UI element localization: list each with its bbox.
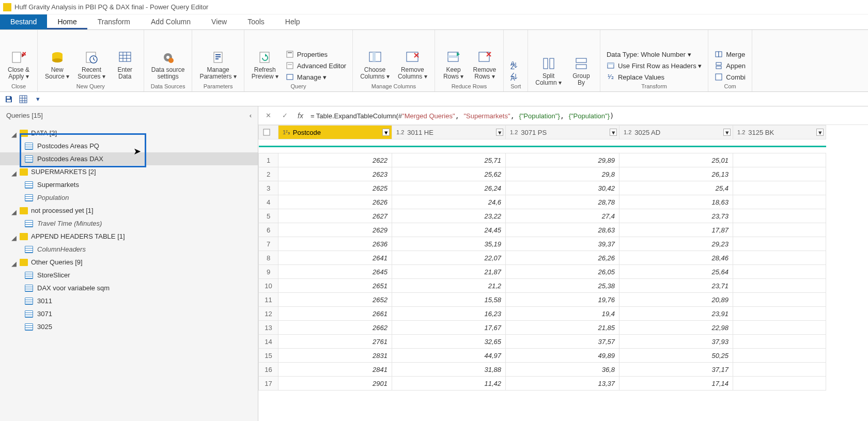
cell[interactable] [733, 279, 826, 293]
column-header[interactable]: 1.23125 BK▾ [733, 126, 826, 139]
tab-tools[interactable]: Tools [237, 14, 275, 29]
data-source-settings-button[interactable]: Data source settings [148, 38, 188, 82]
cell[interactable]: 37,17 [619, 363, 733, 377]
table-row[interactable]: 9264521,8726,0525,64 [259, 265, 826, 279]
cell[interactable]: 23,22 [392, 209, 506, 223]
cell[interactable]: 20,89 [619, 293, 733, 307]
cell[interactable]: 2629 [278, 223, 392, 237]
cell[interactable]: 28,46 [619, 251, 733, 265]
cell[interactable] [733, 223, 826, 237]
table-row[interactable]: 8264122,0726,2628,46 [259, 251, 826, 265]
cell[interactable]: 25,4 [619, 181, 733, 195]
table-row[interactable]: 12266116,2319,423,91 [259, 307, 826, 321]
cell[interactable] [733, 209, 826, 223]
folder-supermarkets-2-[interactable]: ◢SUPERMARKETS [2] [0, 165, 258, 178]
filter-dropdown-icon[interactable]: ▾ [496, 129, 503, 136]
group-by-button[interactable]: Group By [567, 44, 596, 88]
query-item[interactable]: Postcodes Areas DAX [0, 152, 258, 165]
cell[interactable] [733, 167, 826, 181]
tab-home[interactable]: Home [47, 14, 87, 29]
table-row[interactable]: 15283144,9749,8950,25 [259, 349, 826, 363]
merge-queries-button[interactable]: Merge [712, 49, 748, 59]
cell[interactable]: 27,4 [506, 209, 619, 223]
cell[interactable]: 24,45 [392, 223, 506, 237]
cell[interactable]: 37,93 [619, 335, 733, 349]
sort-desc-button[interactable]: ZA [508, 72, 523, 82]
file-tab[interactable]: Bestand [0, 14, 47, 29]
query-item[interactable]: 3071 [0, 307, 258, 320]
cell[interactable]: 26,05 [506, 265, 619, 279]
table-row[interactable]: 10265121,225,3823,71 [259, 279, 826, 293]
cell[interactable]: 31,88 [392, 363, 506, 377]
query-item[interactable]: Population [0, 191, 258, 204]
cell[interactable]: 2627 [278, 209, 392, 223]
advanced-editor-button[interactable]: Advanced Editor [284, 60, 348, 71]
save-icon[interactable] [4, 95, 13, 104]
cell[interactable]: 21,2 [392, 279, 506, 293]
cell[interactable]: 36,8 [506, 363, 619, 377]
cell[interactable] [733, 237, 826, 251]
cell[interactable]: 2623 [278, 167, 392, 181]
tab-help[interactable]: Help [275, 14, 311, 29]
table-row[interactable]: 1262225,7129,8925,01 [259, 153, 826, 167]
filter-dropdown-icon[interactable]: ▾ [610, 129, 617, 136]
table-row[interactable]: 6262924,4528,6317,87 [259, 223, 826, 237]
cell[interactable] [733, 335, 826, 349]
cell[interactable] [733, 265, 826, 279]
cell[interactable]: 29,8 [506, 167, 619, 181]
cell[interactable]: 2626 [278, 195, 392, 209]
folder-other-queries-9-[interactable]: ◢Other Queries [9] [0, 256, 258, 269]
enter-data-button[interactable]: Enter Data [111, 38, 140, 82]
cell[interactable]: 16,23 [392, 307, 506, 321]
cell[interactable]: 23,91 [619, 307, 733, 321]
cancel-formula-icon[interactable]: ✕ [262, 110, 274, 121]
table-row[interactable]: 5262723,2227,423,73 [259, 209, 826, 223]
cell[interactable]: 2662 [278, 321, 392, 335]
column-header[interactable]: 1.23011 HE▾ [392, 126, 506, 139]
table-row[interactable]: 13266217,6721,8522,98 [259, 321, 826, 335]
query-item[interactable]: ColumnHeaders [0, 243, 258, 256]
cell[interactable]: 2645 [278, 265, 392, 279]
cell[interactable]: 28,63 [506, 223, 619, 237]
cell[interactable]: 11,42 [392, 377, 506, 391]
table-row[interactable]: 3262526,2430,4225,4 [259, 181, 826, 195]
cell[interactable] [733, 195, 826, 209]
cell[interactable]: 2652 [278, 293, 392, 307]
table-row[interactable]: 17290111,4213,3717,14 [259, 377, 826, 391]
cell[interactable]: 19,4 [506, 307, 619, 321]
manage-parameters-button[interactable]: Manage Parameters ▾ [196, 38, 239, 82]
split-column-button[interactable]: Split Column ▾ [532, 44, 565, 88]
cell[interactable]: 23,71 [619, 279, 733, 293]
cell[interactable] [733, 251, 826, 265]
cell[interactable]: 29,23 [619, 237, 733, 251]
first-row-headers-button[interactable]: Use First Row as Headers ▾ [605, 60, 704, 71]
column-header[interactable]: 1.23071 PS▾ [506, 126, 619, 139]
data-grid[interactable]: 1²₃Postcode▾1.23011 HE▾1.23071 PS▾1.2302… [258, 125, 868, 421]
cell[interactable]: 2761 [278, 335, 392, 349]
cell[interactable]: 18,63 [619, 195, 733, 209]
query-item[interactable]: StoreSlicer [0, 269, 258, 282]
close-apply-button[interactable]: Close & Apply ▾ [4, 38, 33, 82]
cell[interactable]: 2831 [278, 349, 392, 363]
cell[interactable]: 25,38 [506, 279, 619, 293]
column-header[interactable]: 1²₃Postcode▾ [278, 126, 392, 139]
cell[interactable]: 44,97 [392, 349, 506, 363]
remove-columns-button[interactable]: Remove Columns ▾ [395, 38, 430, 82]
filter-dropdown-icon[interactable]: ▾ [382, 129, 390, 136]
cell[interactable]: 23,73 [619, 209, 733, 223]
table-row[interactable]: 16284131,8836,837,17 [259, 363, 826, 377]
recent-sources-button[interactable]: Recent Sources ▾ [74, 38, 108, 82]
query-item[interactable]: Travel Time (Minutes) [0, 217, 258, 230]
cell[interactable] [733, 307, 826, 321]
append-queries-button[interactable]: Appen [712, 60, 748, 71]
data-type-button[interactable]: Data Type: Whole Number ▾ [605, 50, 704, 59]
properties-button[interactable]: Properties [284, 49, 348, 59]
filter-dropdown-icon[interactable]: ▾ [816, 129, 824, 136]
table-row[interactable]: 7263635,1939,3729,23 [259, 237, 826, 251]
cell[interactable]: 25,64 [619, 265, 733, 279]
cell[interactable]: 2651 [278, 279, 392, 293]
cell[interactable]: 28,78 [506, 195, 619, 209]
query-item[interactable]: DAX voor variabele sqm [0, 282, 258, 294]
cell[interactable] [733, 153, 826, 167]
cell[interactable]: 49,89 [506, 349, 619, 363]
